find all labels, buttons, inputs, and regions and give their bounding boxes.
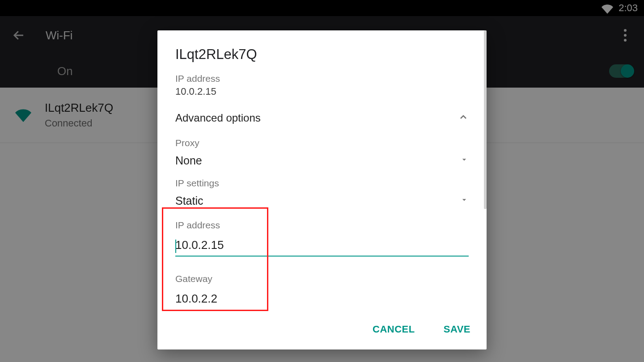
ip-settings-dropdown[interactable]: Static <box>175 191 469 210</box>
scrollbar[interactable] <box>484 30 487 209</box>
text-caret <box>175 240 176 253</box>
dropdown-arrow-icon <box>460 195 469 206</box>
wifi-config-dialog: ILqt2RLek7Q IP address 10.0.2.15 Advance… <box>157 30 487 349</box>
ip-settings-value: Static <box>175 194 203 207</box>
dialog-title: ILqt2RLek7Q <box>175 46 469 63</box>
ip-settings-label: IP settings <box>175 178 469 189</box>
cancel-button[interactable]: CANCEL <box>369 318 419 341</box>
ip-address-input[interactable]: 10.0.2.15 <box>175 237 469 257</box>
save-button[interactable]: SAVE <box>440 318 474 341</box>
gateway-input-label: Gateway <box>175 274 469 284</box>
proxy-label: Proxy <box>175 138 469 148</box>
dropdown-arrow-icon <box>460 155 469 166</box>
proxy-value: None <box>175 154 202 167</box>
ip-address-label: IP address <box>175 73 469 84</box>
ip-input-label: IP address <box>175 220 469 231</box>
advanced-options-toggle[interactable]: Advanced options <box>175 106 469 130</box>
ip-address-value: 10.0.2.15 <box>175 86 469 97</box>
proxy-dropdown[interactable]: None <box>175 151 469 170</box>
chevron-up-icon <box>458 112 469 124</box>
advanced-options-label: Advanced options <box>175 112 261 124</box>
gateway-input[interactable]: 10.0.2.2 <box>175 290 469 309</box>
